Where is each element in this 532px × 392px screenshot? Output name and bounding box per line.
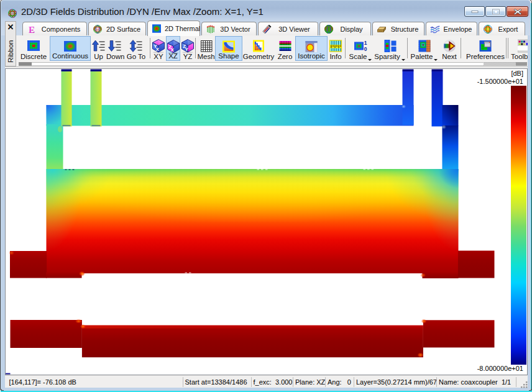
tab-3d-vector[interactable]: 3D Vector [201,22,257,35]
toolbar-xy[interactable]: Y X XY [152,36,166,62]
toolbar-next[interactable]: Next [439,36,459,62]
toolbar-separator [345,38,346,58]
toolbar-continuous[interactable]: Continuous [50,36,91,62]
close-button[interactable] [507,6,528,17]
mesh-grid-icon [199,39,214,53]
tab-label: 3D Vector [216,25,256,33]
status-cursor-value: [164,117]= -76.108 dB [9,378,76,388]
tab-label: Components [37,25,86,33]
minimize-button[interactable] [464,6,485,17]
ribbon-bottom-border [5,66,528,67]
toolbar-sparsity[interactable]: Sparsity [374,36,405,62]
app-icon [7,8,17,19]
close-icon [513,8,521,15]
tab-components[interactable]: E Components [22,22,87,35]
ribbon-scrollbar-hatch [484,63,516,66]
colorbar-max-label: -1.500000e+01 [436,78,523,85]
svg-text:X: X [156,47,160,52]
dropdown-arrow-icon [434,59,438,61]
toolbar-goto[interactable]: Go To [124,36,149,62]
toolbar-down[interactable]: Down [106,36,124,62]
toolbar-palette[interactable]: Palette [410,36,439,62]
toolbar-label: Continuous [50,52,90,60]
toolbar-label: Palette [410,53,439,60]
maximize-button[interactable] [485,6,506,17]
toolbar-label: Toolbars [510,53,528,60]
field-plot [6,69,528,375]
xy-cube-icon: Y X [151,39,166,53]
toolbar-label: Zero [275,53,295,60]
ribbon-scrollbar-thumb[interactable] [19,62,32,66]
colorbar-min-label: -8.000000e+01 [436,365,523,372]
toolbar-isotropic[interactable]: Isotropic [295,36,328,62]
tab-2d-thermal[interactable]: 2D Thermal [147,21,200,36]
toolbar-zero[interactable]: Zero [275,36,295,62]
toolbar-xz[interactable]: Z X XZ [166,36,180,62]
status-name: Name: coaxcoupler 1/1 [439,378,511,388]
status-separator [183,377,183,387]
toolbar-label: Mesh [197,53,215,60]
status-start: Start at=13384/1486 [185,378,247,388]
toolbars-icon [518,39,528,53]
toolbar-yz[interactable]: Z Y YZ [181,36,195,62]
svg-text:1: 1 [364,40,367,46]
tab-label: Display [334,25,370,33]
tab-2d-surface[interactable]: 2D Surface [88,22,146,35]
tab-envelope[interactable]: Envelope [426,22,477,35]
tab-export[interactable]: Export [479,22,525,35]
maximize-icon [492,9,500,15]
toolbar-label: Isotropic [296,52,327,60]
status-separator [354,377,354,387]
colorbar [511,86,526,365]
tab-structure[interactable]: Structure [372,22,424,35]
status-separator [325,377,326,387]
scale-icon: 1 0 [353,39,368,53]
next-arrow-icon [442,39,457,53]
toolbar-preferences[interactable]: Preferences [463,36,508,62]
title-bar[interactable]: 2D/3D Fields Distribution /DYN /Env Max … [1,1,530,21]
tab-label: 2D Surface [103,25,145,33]
toolbar-label: YZ [181,53,195,60]
toolbar-shape[interactable]: Shape [215,36,242,62]
palette-icon [417,39,432,53]
toolbar-separator [150,38,150,58]
sparsity-icon [382,39,397,53]
wave-mesh-icon [430,24,440,34]
tab-label: Export [493,25,525,33]
resize-grip[interactable] [521,381,528,388]
tab-label: 3D Viewer [272,25,318,33]
up-arrow-icon [91,39,106,53]
zero-icon [278,39,293,53]
tab-display[interactable]: Display [319,22,371,35]
toolbar-label: Scale [348,53,373,60]
export-sphere-icon [483,24,493,34]
toolbar-geometry[interactable]: Geometry [242,36,275,62]
vector-arrows-icon [206,24,216,34]
tab-label: 2D Thermal [162,25,204,32]
yz-cube-icon: Z Y [180,39,195,53]
toolbar-toolbars[interactable]: Toolbars [510,36,528,62]
tab-3d-viewer[interactable]: 3D Viewer [258,22,318,35]
status-separator [251,377,252,387]
colorbar-unit: [dB] [436,70,523,77]
goto-arrows-icon [129,39,144,53]
field-canvas[interactable]: [dB] -1.500000e+01 -8.000000e+01 [5,68,528,375]
toolbar-label: Down [106,53,124,60]
tab-label: Envelope [440,25,477,33]
thermal-icon [152,24,162,34]
toolbar-label: Go To [124,53,149,60]
ribbon-close-icon[interactable]: ✕ [6,22,16,32]
toolbar-up[interactable]: Up [91,36,106,62]
toolbar-info[interactable]: Info [328,36,344,62]
geometry-icon [251,39,266,53]
toolbar-label: XZ [167,52,180,60]
toolbar-label: Geometry [242,53,275,60]
svg-text:E: E [29,24,35,34]
toolbar-scale[interactable]: 1 0 Scale [348,36,373,62]
toolbar-label: Shape [216,52,242,60]
toolbar-mesh[interactable]: Mesh [197,36,215,62]
discrete-icon [26,39,41,53]
status-ang: Ang: 0 [328,378,351,388]
ribbon-scrollbar-track[interactable] [19,62,527,66]
toolbar-discrete[interactable]: Discrete [19,36,48,62]
